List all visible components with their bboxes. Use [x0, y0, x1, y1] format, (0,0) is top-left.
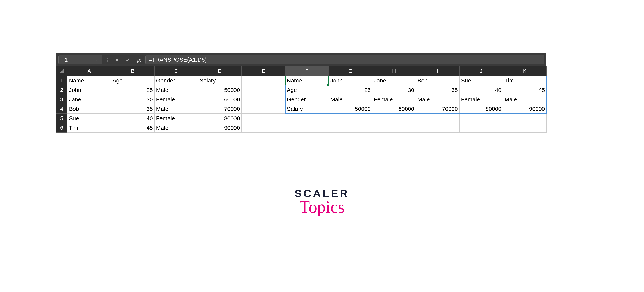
- cell-H3[interactable]: Female: [372, 95, 416, 104]
- cell-D6[interactable]: 90000: [198, 123, 242, 133]
- column-header-A[interactable]: A: [68, 66, 111, 76]
- cell-C4[interactable]: Male: [154, 104, 198, 114]
- cell-K5[interactable]: [503, 114, 547, 123]
- cell-B1[interactable]: Age: [111, 76, 154, 85]
- cell-E3[interactable]: [242, 95, 285, 104]
- name-box-dropdown-icon[interactable]: ⌄: [96, 57, 99, 62]
- column-header-I[interactable]: I: [416, 66, 460, 76]
- column-header-D[interactable]: D: [198, 66, 242, 76]
- cell-C6[interactable]: Male: [154, 123, 198, 133]
- cell-A5[interactable]: Sue: [68, 114, 111, 123]
- column-header-J[interactable]: J: [460, 66, 503, 76]
- row-header-6[interactable]: 6: [56, 123, 68, 133]
- cell-C3[interactable]: Female: [154, 95, 198, 104]
- row-header-2[interactable]: 2: [56, 85, 68, 95]
- cell-E1[interactable]: [242, 76, 285, 85]
- cell-reference: F1: [61, 57, 68, 63]
- cell-A4[interactable]: Bob: [68, 104, 111, 114]
- cell-F4[interactable]: Salary: [285, 104, 329, 114]
- row-header-4[interactable]: 4: [56, 104, 68, 114]
- cell-H1[interactable]: Jane: [372, 76, 416, 85]
- cell-F5[interactable]: [285, 114, 329, 123]
- cell-H2[interactable]: 30: [372, 85, 416, 95]
- cell-I4[interactable]: 70000: [416, 104, 460, 114]
- cell-G2[interactable]: 25: [329, 85, 372, 95]
- cell-I6[interactable]: [416, 123, 460, 133]
- cell-I3[interactable]: Male: [416, 95, 460, 104]
- name-box[interactable]: F1 ⌄: [58, 55, 102, 64]
- cancel-formula-button[interactable]: ×: [112, 56, 122, 64]
- column-header-C[interactable]: C: [154, 66, 198, 76]
- cell-C2[interactable]: Male: [154, 85, 198, 95]
- cell-B5[interactable]: 40: [111, 114, 154, 123]
- row-header-1[interactable]: 1: [56, 76, 68, 85]
- cell-H6[interactable]: [372, 123, 416, 133]
- cell-J4[interactable]: 80000: [460, 104, 503, 114]
- cell-G3[interactable]: Male: [329, 95, 372, 104]
- excel-window: F1 ⌄ ⋮ × ✓ fx =TRANSPOSE(A1:D6) ABCDEFGH…: [56, 53, 546, 133]
- cell-K6[interactable]: [503, 123, 547, 133]
- cell-H4[interactable]: 60000: [372, 104, 416, 114]
- cell-E2[interactable]: [242, 85, 285, 95]
- column-header-F[interactable]: F: [285, 66, 329, 76]
- cell-F2[interactable]: Age: [285, 85, 329, 95]
- cell-C1[interactable]: Gender: [154, 76, 198, 85]
- cell-J6[interactable]: [460, 123, 503, 133]
- cell-E5[interactable]: [242, 114, 285, 123]
- column-header-H[interactable]: H: [372, 66, 416, 76]
- scaler-topics-logo: SCALER Topics: [294, 187, 350, 217]
- cell-B4[interactable]: 35: [111, 104, 154, 114]
- cell-B2[interactable]: 25: [111, 85, 154, 95]
- cell-H5[interactable]: [372, 114, 416, 123]
- select-all-corner[interactable]: [56, 66, 68, 76]
- formula-bar: F1 ⌄ ⋮ × ✓ fx =TRANSPOSE(A1:D6): [56, 53, 546, 66]
- column-header-G[interactable]: G: [329, 66, 372, 76]
- confirm-formula-button[interactable]: ✓: [124, 56, 132, 64]
- logo-line2: Topics: [294, 197, 350, 217]
- cell-F3[interactable]: Gender: [285, 95, 329, 104]
- cell-D4[interactable]: 70000: [198, 104, 242, 114]
- cell-F1[interactable]: Name: [285, 76, 329, 85]
- cell-B6[interactable]: 45: [111, 123, 154, 133]
- cell-E4[interactable]: [242, 104, 285, 114]
- cell-K4[interactable]: 90000: [503, 104, 547, 114]
- cell-E6[interactable]: [242, 123, 285, 133]
- column-header-K[interactable]: K: [503, 66, 547, 76]
- cell-A3[interactable]: Jane: [68, 95, 111, 104]
- cell-D2[interactable]: 50000: [198, 85, 242, 95]
- cell-I1[interactable]: Bob: [416, 76, 460, 85]
- spreadsheet-grid-wrap: ABCDEFGHIJK1NameAgeGenderSalaryNameJohnJ…: [56, 66, 546, 133]
- row-header-3[interactable]: 3: [56, 95, 68, 104]
- cell-A6[interactable]: Tim: [68, 123, 111, 133]
- insert-function-button[interactable]: fx: [134, 57, 144, 63]
- cell-C5[interactable]: Female: [154, 114, 198, 123]
- cell-D3[interactable]: 60000: [198, 95, 242, 104]
- cell-D5[interactable]: 80000: [198, 114, 242, 123]
- cell-A2[interactable]: John: [68, 85, 111, 95]
- cell-F6[interactable]: [285, 123, 329, 133]
- row-header-5[interactable]: 5: [56, 114, 68, 123]
- formula-input[interactable]: =TRANSPOSE(A1:D6): [146, 55, 544, 64]
- cell-G6[interactable]: [329, 123, 372, 133]
- cell-G5[interactable]: [329, 114, 372, 123]
- cell-K1[interactable]: Tim: [503, 76, 547, 85]
- cell-G1[interactable]: John: [329, 76, 372, 85]
- spreadsheet-grid[interactable]: ABCDEFGHIJK1NameAgeGenderSalaryNameJohnJ…: [56, 66, 546, 133]
- column-header-B[interactable]: B: [111, 66, 154, 76]
- cell-A1[interactable]: Name: [68, 76, 111, 85]
- cell-K2[interactable]: 45: [503, 85, 547, 95]
- cell-J1[interactable]: Sue: [460, 76, 503, 85]
- cell-G4[interactable]: 50000: [329, 104, 372, 114]
- cell-J3[interactable]: Female: [460, 95, 503, 104]
- cell-I2[interactable]: 35: [416, 85, 460, 95]
- cell-I5[interactable]: [416, 114, 460, 123]
- separator-icon: ⋮: [104, 57, 110, 63]
- cell-D1[interactable]: Salary: [198, 76, 242, 85]
- column-header-E[interactable]: E: [242, 66, 285, 76]
- cell-J5[interactable]: [460, 114, 503, 123]
- svg-marker-0: [60, 69, 64, 73]
- cell-K3[interactable]: Male: [503, 95, 547, 104]
- cell-J2[interactable]: 40: [460, 85, 503, 95]
- formula-text: =TRANSPOSE(A1:D6): [149, 57, 207, 63]
- cell-B3[interactable]: 30: [111, 95, 154, 104]
